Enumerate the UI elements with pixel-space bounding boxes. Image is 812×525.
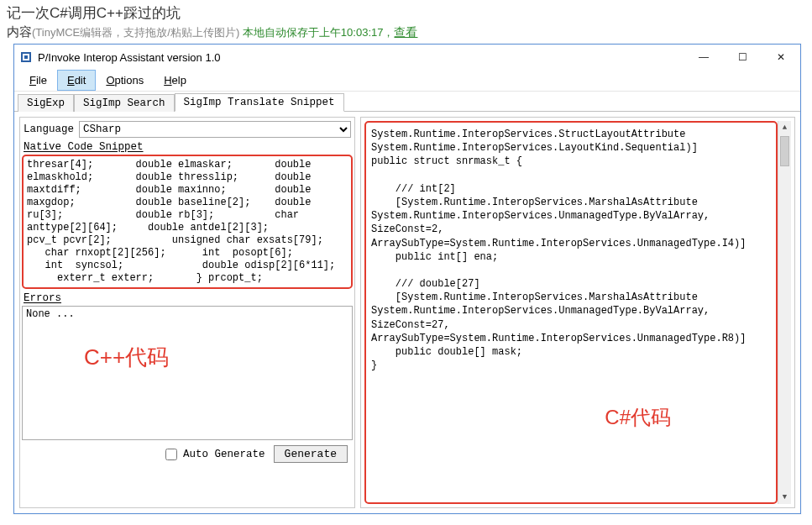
- tab-sigexp[interactable]: SigExp: [18, 94, 74, 112]
- app-window: P/Invoke Interop Assistant version 1.0 —…: [13, 44, 801, 514]
- output-code-textarea[interactable]: System.Runtime.InteropServices.StructLay…: [364, 121, 778, 504]
- svg-rect-2: [24, 55, 28, 59]
- errors-textarea[interactable]: None ...: [22, 306, 353, 440]
- editor-meta-row: 内容(TinyMCE编辑器，支持拖放/粘贴上传图片) 本地自动保存于上午10:0…: [0, 23, 812, 44]
- scroll-thumb[interactable]: [780, 136, 789, 166]
- close-button[interactable]: ✕: [762, 45, 800, 70]
- tab-sigimp-translate[interactable]: SigImp Translate Snippet: [175, 93, 344, 112]
- article-title: 记一次C#调用C++踩过的坑: [0, 0, 812, 23]
- errors-label: Errors: [22, 292, 353, 304]
- generate-button[interactable]: Generate: [274, 445, 348, 463]
- maximize-button[interactable]: ☐: [723, 45, 762, 70]
- autosave-text: 本地自动保存于上午10:03:17，: [243, 26, 395, 39]
- tabstrip: SigExp SigImp Search SigImp Translate Sn…: [14, 92, 800, 112]
- menubar: File Edit Options Help: [14, 70, 800, 92]
- auto-generate-input[interactable]: [165, 449, 177, 460]
- output-container: System.Runtime.InteropServices.StructLay…: [360, 117, 795, 508]
- output-scrollbar[interactable]: ▲ ▼: [778, 121, 791, 504]
- menu-file[interactable]: File: [19, 70, 57, 91]
- left-pane: Language CSharp Native Code Snippet thre…: [19, 117, 355, 508]
- menu-options[interactable]: Options: [96, 70, 154, 91]
- view-link[interactable]: 查看: [394, 25, 417, 39]
- minimize-button[interactable]: —: [684, 45, 723, 70]
- auto-generate-label: Auto Generate: [183, 449, 265, 460]
- auto-generate-checkbox[interactable]: Auto Generate: [162, 446, 265, 463]
- workarea: Language CSharp Native Code Snippet thre…: [14, 112, 800, 513]
- content-label: 内容: [7, 24, 32, 39]
- scroll-up-arrow-icon[interactable]: ▲: [778, 121, 791, 134]
- titlebar: P/Invoke Interop Assistant version 1.0 —…: [14, 45, 800, 70]
- scroll-down-arrow-icon[interactable]: ▼: [778, 491, 791, 504]
- menu-help[interactable]: Help: [154, 70, 196, 91]
- tab-sigimp-search[interactable]: SigImp Search: [74, 94, 175, 112]
- app-icon: [19, 50, 33, 64]
- window-title: P/Invoke Interop Assistant version 1.0: [38, 51, 221, 64]
- menu-edit[interactable]: Edit: [57, 70, 96, 91]
- language-label: Language: [24, 123, 74, 135]
- native-code-textarea[interactable]: thresar[4]; double elmaskar; double elma…: [22, 155, 353, 289]
- editor-hint: (TinyMCE编辑器，支持拖放/粘贴上传图片): [32, 26, 243, 39]
- native-code-label: Native Code Snippet: [22, 141, 353, 153]
- language-select[interactable]: CSharp: [79, 121, 351, 138]
- right-pane: System.Runtime.InteropServices.StructLay…: [360, 117, 795, 508]
